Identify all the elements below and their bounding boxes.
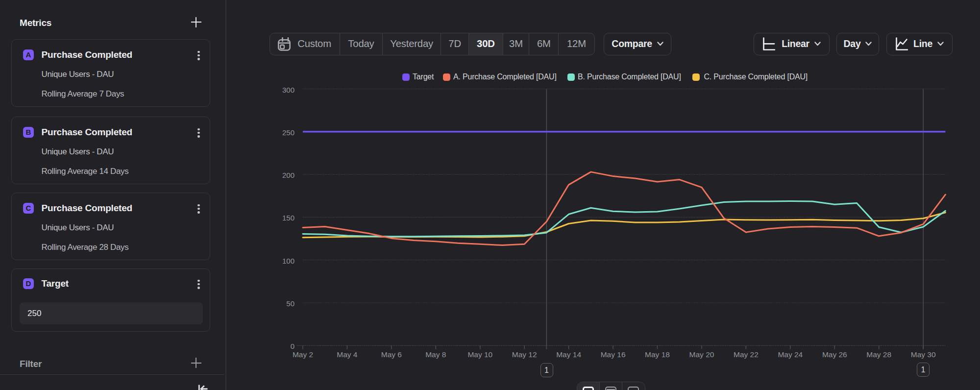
svg-text:May 22: May 22 bbox=[734, 350, 759, 359]
svg-text:May 6: May 6 bbox=[381, 350, 402, 359]
svg-text:May 12: May 12 bbox=[512, 350, 537, 359]
svg-text:250: 250 bbox=[282, 128, 294, 137]
svg-text:May 4: May 4 bbox=[337, 350, 358, 359]
svg-text:May 14: May 14 bbox=[556, 350, 581, 359]
svg-text:May 20: May 20 bbox=[689, 350, 714, 359]
svg-text:0: 0 bbox=[291, 342, 294, 350]
svg-text:May 26: May 26 bbox=[822, 350, 847, 359]
svg-text:May 2: May 2 bbox=[293, 350, 313, 359]
svg-text:May 8: May 8 bbox=[425, 350, 446, 359]
svg-text:100: 100 bbox=[282, 257, 294, 265]
svg-text:150: 150 bbox=[282, 214, 294, 222]
svg-text:50: 50 bbox=[286, 299, 294, 308]
svg-text:200: 200 bbox=[282, 171, 294, 179]
svg-text:May 10: May 10 bbox=[467, 350, 492, 359]
svg-text:May 24: May 24 bbox=[778, 350, 803, 359]
svg-text:May 28: May 28 bbox=[866, 350, 891, 359]
svg-text:May 16: May 16 bbox=[601, 350, 626, 359]
svg-text:May 18: May 18 bbox=[645, 350, 670, 359]
svg-text:300: 300 bbox=[282, 86, 294, 94]
svg-text:May 30: May 30 bbox=[911, 350, 936, 359]
